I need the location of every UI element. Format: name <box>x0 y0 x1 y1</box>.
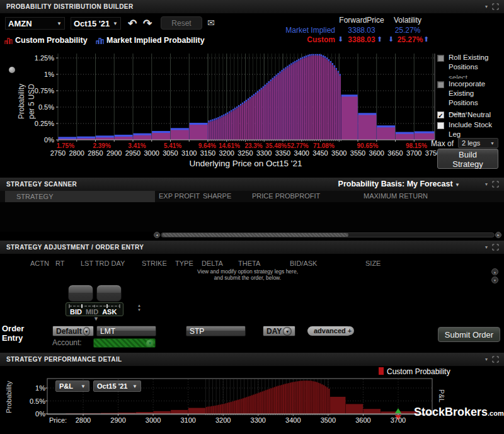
volatility-header: Volatility <box>379 16 436 25</box>
column-price-probprofit[interactable]: PRICE PROBPROFIT <box>252 192 320 200</box>
chevron-down-icon: ▼ <box>81 384 86 389</box>
expand-icon[interactable] <box>492 181 499 188</box>
probability-basis-selector[interactable]: Probability Basis: My Forecast ▼ <box>338 180 460 188</box>
perf-expiry-selector[interactable]: Oct15 '21 ▼ <box>93 380 141 392</box>
lmt-label: LMT <box>100 327 115 336</box>
chevron-down-icon: ▼ <box>113 21 118 26</box>
column-rt: RT <box>55 260 64 267</box>
performance-legend: Custom Probability <box>387 367 450 376</box>
column-strategy[interactable]: STRATEGY <box>5 191 155 202</box>
price-down-icon[interactable]: ⬇ <box>338 35 343 43</box>
perf-expiry-value: Oct15 '21 <box>97 382 127 390</box>
reset-button[interactable]: Reset <box>161 16 202 30</box>
roll-existing-label: Roll Existing Positions select <box>449 53 488 81</box>
account-selector[interactable]: ▼ <box>93 338 156 348</box>
legend-market: Market Implied Probability <box>106 36 205 45</box>
panel-menu-icon[interactable]: ▾ <box>485 357 488 362</box>
scrollbar-track[interactable] <box>161 232 495 237</box>
include-stock-checkbox[interactable] <box>437 122 444 129</box>
perf-right-axis-label: P&L <box>438 383 445 408</box>
price-type-selector[interactable]: Default ▼ <box>52 326 94 336</box>
stop-price-field[interactable]: STP <box>186 326 246 336</box>
price-axis-label: Price: <box>49 416 67 424</box>
performance-titlebar[interactable]: STRATEGY PERFORMANCE DETAIL ▾ <box>0 353 504 367</box>
x-axis-title: Underlying Price on Oct15 '21 <box>120 159 372 168</box>
include-stock-label: Include Stock Leg <box>449 120 492 139</box>
column-actn: ACTN <box>30 260 49 267</box>
chevron-down-icon: ▼ <box>490 141 495 146</box>
leg-price-button-2[interactable] <box>96 285 122 302</box>
delta-neutral-label: Delta Neutral <box>449 110 491 120</box>
market-implied-label: Market Implied <box>272 26 335 35</box>
undo-icon[interactable]: ↶ <box>128 17 137 30</box>
max-legs-selector[interactable]: 2 legs ▼ <box>458 138 498 148</box>
chevron-down-icon[interactable]: ▼ <box>146 340 154 347</box>
order-entry-label: Order Entry <box>2 324 24 343</box>
column-sharpe[interactable]: SHARPE <box>203 192 231 200</box>
price-up-icon[interactable]: ⬆ <box>377 35 382 43</box>
redo-icon[interactable]: ↷ <box>143 17 152 30</box>
add-leg-icon[interactable]: + <box>345 326 354 335</box>
info-icon[interactable] <box>9 67 15 73</box>
collapse-caret-icon[interactable]: ▼ <box>93 316 99 322</box>
column-theta: THETA <box>238 260 260 267</box>
expand-icon[interactable] <box>492 244 499 251</box>
custom-forward-price: 3388.03 <box>346 35 377 44</box>
bid-mid-ask-slider[interactable]: BID MID ASK <box>66 302 123 316</box>
tif-selector[interactable]: DAY ▼ <box>263 326 295 336</box>
section-strategy-scanner: STRATEGY SCANNER Probability Basis: My F… <box>0 178 504 232</box>
watermark: StockBrokers.com <box>414 406 504 419</box>
symbol-selector[interactable]: AMZN ▼ <box>5 17 65 30</box>
panel-menu-icon[interactable]: ▾ <box>485 244 488 250</box>
chevron-down-icon: ▼ <box>455 182 460 188</box>
delta-neutral-checkbox[interactable]: ✓ <box>437 111 444 118</box>
expand-icon[interactable] <box>492 3 499 10</box>
limit-price-field[interactable]: LMT <box>96 326 156 336</box>
leg-price-button-1[interactable] <box>68 285 93 302</box>
legend-custom: Custom Probability <box>15 36 88 45</box>
panel-menu-icon[interactable]: ▾ <box>485 181 488 187</box>
chevron-down-icon[interactable]: ▼ <box>283 327 292 336</box>
scrollbar-thumb[interactable] <box>162 233 348 237</box>
scroll-up-button[interactable]: ▲ <box>491 268 498 275</box>
build-strategy-button[interactable]: Build Strategy <box>437 149 498 169</box>
chevron-down-icon[interactable]: ▼ <box>83 327 90 336</box>
price-spinner[interactable]: ▲ ▼ <box>137 304 141 312</box>
adjustment-titlebar[interactable]: STRATEGY ADJUSTMENT / ORDER ENTRY ▾ <box>0 241 504 254</box>
expiry-value: Oct15 '21 <box>74 19 110 28</box>
scanner-titlebar[interactable]: STRATEGY SCANNER Probability Basis: My F… <box>0 178 504 191</box>
perf-y-axis-label: Probability <box>5 378 13 416</box>
chevron-down-icon: ▼ <box>57 21 62 26</box>
mid-label[interactable]: MID <box>86 308 98 316</box>
scroll-right-button[interactable]: ► <box>495 232 501 238</box>
column-bid-ask: BID/ASK <box>290 260 317 267</box>
market-implied-icon <box>96 37 104 45</box>
vol-up-icon[interactable]: ⬆ <box>423 35 429 43</box>
chevron-down-icon: ▼ <box>132 384 137 389</box>
custom-volatility: 25.27% <box>396 35 424 44</box>
roll-existing-checkbox[interactable] <box>437 55 444 62</box>
scanner-header-row: STRATEGY EXP PROFIT SHARPE PRICE PROBPRO… <box>0 191 504 202</box>
submit-order-button[interactable]: Submit Order <box>438 327 500 342</box>
expiry-selector[interactable]: Oct15 '21 ▼ <box>71 17 121 30</box>
scroll-down-button[interactable]: ▼ <box>491 277 498 283</box>
bid-label[interactable]: BID <box>70 308 82 316</box>
builder-title: PROBABILITY DISTRIBUTION BUILDER <box>0 3 134 10</box>
vol-down-icon[interactable]: ⬇ <box>388 35 394 43</box>
tif-value: DAY <box>266 327 282 336</box>
scroll-left-button[interactable]: ◄ <box>154 232 160 238</box>
column-maximum-return[interactable]: MAXIMUM RETURN <box>364 192 428 200</box>
builder-titlebar[interactable]: PROBABILITY DISTRIBUTION BUILDER ▾ <box>0 0 504 14</box>
mail-icon[interactable]: ✉ <box>207 18 215 28</box>
max-legs-value: 2 legs <box>462 139 480 147</box>
column-exp-profit[interactable]: EXP PROFIT <box>159 192 200 200</box>
panel-menu-icon[interactable]: ▾ <box>485 4 488 9</box>
incorporate-existing-checkbox[interactable] <box>437 81 444 88</box>
section-performance-detail: STRATEGY PERFORMANCE DETAIL ▾ Custom Pro… <box>0 353 504 434</box>
horizontal-scrollbar[interactable]: ◄ ► <box>154 232 501 238</box>
stp-label: STP <box>190 327 204 336</box>
plot-mode-selector[interactable]: P&L ▼ <box>55 380 89 392</box>
adjustment-title: STRATEGY ADJUSTMENT / ORDER ENTRY <box>0 244 144 251</box>
expand-icon[interactable] <box>492 356 499 363</box>
ask-label[interactable]: ASK <box>102 308 117 316</box>
